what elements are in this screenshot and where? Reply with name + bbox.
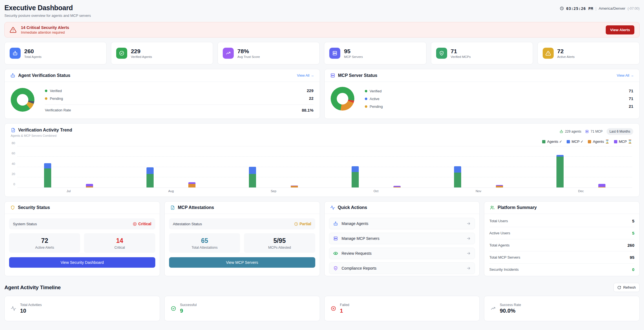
summary-row-security-incidents: Security Incidents 0 [489, 264, 634, 275]
stat-value: 71 [451, 48, 471, 54]
row-label: Active Users [489, 231, 632, 235]
legend-row-active: Active 71 [365, 95, 634, 103]
view-mcp-servers-button[interactable]: View MCP Servers [169, 257, 315, 268]
verified-stack [454, 166, 461, 187]
stat-label: Total Activities [20, 303, 42, 307]
refresh-label: Refresh [623, 285, 636, 289]
legend-text: MCP ✓ [572, 139, 583, 144]
y-axis-tick: 0 [13, 183, 15, 186]
mcp-attestations-card: MCP Attestations Attestation Status Part… [164, 201, 320, 276]
bar-segment [86, 184, 93, 186]
alert-text: 14 Critical Security Alerts Immediate at… [21, 25, 601, 34]
bar-segment [454, 173, 461, 187]
stat-text: 78% Avg Trust Score [237, 48, 260, 58]
stat-value: 90.0% [500, 308, 521, 314]
bar-group-dec [530, 146, 632, 187]
bar-segment [556, 157, 564, 188]
platform-summary-card: Platform Summary Total Users 5 Active Us… [484, 201, 640, 276]
stat-text: 229 Verified Agents [131, 48, 152, 58]
quick-action-review-requests[interactable]: Review Requests [329, 248, 475, 259]
quick-action-compliance-reports[interactable]: Compliance Reports [329, 262, 475, 274]
legend-item-mcp-verified: MCP ✓ [567, 139, 583, 144]
stat-text: 72 Active Alerts [557, 48, 575, 58]
refresh-icon [617, 286, 621, 289]
trend-x-labels: JulAugSepOctNovDec [17, 189, 632, 193]
summary-row-active-users: Active Users 5 [489, 227, 634, 239]
trending-up-icon [223, 48, 234, 59]
bot-icon [333, 221, 338, 226]
stat-text: Successful 9 [180, 303, 197, 314]
trend-badges: 229 agents 71 MCP Last 6 Months [559, 128, 633, 135]
card-title: Quick Actions [338, 205, 474, 210]
action-label: Manage Agents [342, 221, 463, 226]
stat-value: 72 [557, 48, 575, 54]
legend-dot [365, 105, 367, 108]
quick-actions-card: Quick Actions Manage Agents Manage MCP S… [324, 201, 480, 276]
arrow-right-icon [466, 251, 471, 256]
file-check-icon [11, 128, 16, 133]
trend-title: Verification Activity Trend [18, 128, 72, 133]
system-status-box: System Status Critical [9, 218, 155, 229]
stat-label: Success Rate [500, 303, 521, 307]
row-label: Total Users [489, 219, 632, 223]
stat-text: 71 Verified MCPs [451, 48, 471, 58]
pending-stack [188, 182, 195, 187]
refresh-button[interactable]: Refresh [613, 283, 640, 292]
legend-row-pending: Pending 21 [365, 103, 634, 110]
status-label: System Status [13, 222, 133, 226]
badge-label: 71 MCP [591, 130, 602, 133]
pending-stack [393, 186, 401, 187]
quick-action-manage-agents[interactable]: Manage Agents [329, 218, 475, 229]
verified-stack [352, 166, 359, 187]
legend-item-agents-pending: Agents ⌛ [588, 139, 609, 144]
attestation-status-box: Attestation Status Partial [169, 218, 315, 229]
legend-text: MCP ⌛ [619, 139, 632, 144]
verified-stack [146, 167, 154, 187]
legend-dot [365, 98, 367, 100]
y-axis-tick: 60 [12, 152, 15, 155]
critical-box: 14 Critical [84, 233, 155, 253]
card-header: Quick Actions [325, 202, 480, 214]
alert-subtitle: Immediate attention required [21, 31, 601, 34]
timeline-header: Agent Activity Timeline Refresh [4, 283, 640, 292]
stat-card-mcp-servers: 95 MCP Servers [324, 42, 426, 65]
stat-label: Failed [340, 303, 349, 307]
card-title: Security Status [18, 205, 154, 210]
quick-action-manage-mcp-servers[interactable]: Manage MCP Servers [329, 233, 475, 244]
bar-segment [291, 186, 298, 187]
view-all-link[interactable]: View All → [617, 73, 634, 77]
check-circle-icon [171, 306, 176, 311]
stat-number: 65 [169, 237, 240, 245]
pending-stack [86, 184, 93, 187]
summary-cards-row: Security Status System Status Critical 7… [4, 201, 640, 276]
legend-dot [45, 97, 47, 100]
bar-segment [598, 184, 605, 187]
view-security-dashboard-button[interactable]: View Security Dashboard [9, 257, 155, 268]
panel-body: Verified 71 Active 71 Pending 21 [325, 82, 640, 117]
platform-summary-rows: Total Users 5 Active Users 5 Total Agent… [484, 214, 639, 275]
panel-title: MCP Server Status [338, 73, 614, 78]
bar-segment [454, 166, 461, 173]
chart-legend: Agents ✓ MCP ✓ Agents ⌛ MCP ⌛ [5, 138, 639, 144]
x-axis-label: Oct [325, 189, 427, 193]
bar-group-jul [17, 146, 120, 187]
view-all-link[interactable]: View All → [297, 73, 314, 77]
stat-caption: Total Attestations [169, 246, 240, 249]
legend-item-mcp-pending: MCP ⌛ [614, 139, 632, 144]
agent-verification-donut-chart [11, 88, 34, 112]
legend-row-pending: Pending 22 [45, 95, 314, 102]
stat-caption: MCPs Attested [244, 246, 315, 249]
stat-number: 5/95 [244, 237, 315, 245]
clock-icon [560, 6, 564, 10]
x-axis-label: Dec [530, 189, 632, 193]
view-alerts-button[interactable]: View Alerts [606, 25, 634, 34]
y-axis-tick: 40 [12, 162, 15, 165]
mcps-attested-box: 5/95 MCPs Attested [244, 233, 315, 253]
page-subtitle: Security posture overview for agents and… [4, 14, 91, 18]
legend-block: Verified 229 Pending 22 Verification Rat… [45, 87, 314, 112]
row-value: 5 [632, 231, 634, 235]
stat-number: 14 [84, 237, 155, 245]
row-value: 5 [632, 219, 634, 223]
legend-label: Active [370, 97, 629, 101]
stat-card-avg-trust-score: 78% Avg Trust Score [218, 42, 320, 65]
